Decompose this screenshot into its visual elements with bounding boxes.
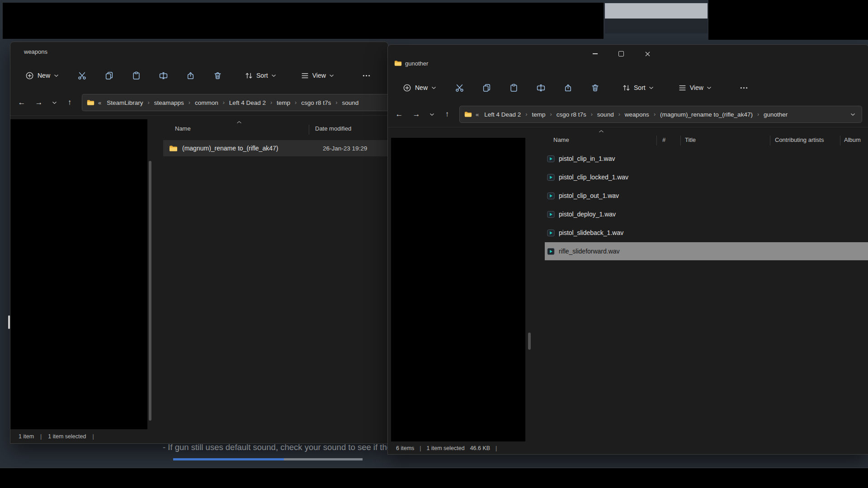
rename-button[interactable] (531, 79, 551, 96)
delete-button[interactable] (208, 67, 227, 84)
sort-ascending-icon (236, 121, 242, 124)
column-header-name[interactable]: Name (175, 125, 191, 132)
breadcrumb-item[interactable]: csgo r8 t7s (298, 99, 334, 106)
breadcrumb-item[interactable]: common (192, 99, 222, 106)
file-row[interactable]: pistol_clip_out_1.wav (545, 187, 868, 205)
breadcrumb-item[interactable]: temp (274, 99, 293, 106)
chevron-right-icon: › (222, 99, 226, 106)
sort-arrows-icon (245, 71, 253, 80)
share-button[interactable] (558, 79, 578, 96)
new-button[interactable]: New (20, 68, 64, 83)
maximize-button[interactable] (608, 46, 634, 62)
back-button[interactable]: ← (391, 106, 408, 122)
sort-button[interactable]: Sort (618, 80, 658, 95)
copy-button[interactable] (99, 67, 119, 84)
breadcrumb-item[interactable]: sound (339, 99, 362, 106)
breadcrumb-item[interactable]: (magnum)_rename to_(rifle_ak47) (657, 111, 756, 118)
recent-locations-button[interactable] (47, 94, 61, 111)
back-button[interactable]: ← (13, 94, 30, 111)
cut-button[interactable] (449, 79, 469, 96)
date-modified-value: 26-Jan-23 19:29 (323, 145, 367, 152)
view-button[interactable]: View (674, 80, 716, 95)
copy-button[interactable] (476, 79, 496, 96)
more-options-button[interactable] (357, 67, 377, 84)
up-button[interactable]: ↑ (61, 94, 78, 111)
ellipsis-icon (362, 71, 371, 80)
paste-button[interactable] (504, 79, 524, 96)
column-divider[interactable] (656, 136, 657, 145)
chevron-right-icon: › (187, 99, 192, 106)
breadcrumb-item[interactable]: SteamLibrary (104, 99, 146, 106)
column-header-contributing-artists[interactable]: Contributing artists (775, 136, 824, 143)
column-divider[interactable] (770, 136, 770, 145)
forward-button[interactable]: → (408, 106, 425, 122)
plus-circle-icon (403, 84, 411, 92)
breadcrumb-item[interactable]: gunother (760, 111, 791, 118)
minimize-button[interactable] (582, 46, 608, 62)
breadcrumb-item[interactable]: steamapps (151, 99, 187, 106)
column-divider[interactable] (840, 136, 840, 145)
chevron-right-icon: › (590, 111, 594, 117)
breadcrumb-item[interactable]: weapons (622, 111, 652, 118)
file-row-selected[interactable]: rifle_slideforward.wav (545, 242, 868, 260)
up-button[interactable]: ↑ (439, 106, 456, 122)
explorer-window-weapons: weapons New (10, 42, 388, 444)
breadcrumb-overflow[interactable]: « (98, 99, 101, 106)
arrow-up-icon: ↑ (68, 98, 72, 107)
forward-button[interactable]: → (30, 94, 47, 111)
sort-button[interactable]: Sort (240, 68, 281, 83)
folder-icon (394, 60, 402, 66)
arrow-right-icon: → (413, 110, 420, 119)
cut-button[interactable] (72, 67, 92, 84)
nav-pane-scrollbar[interactable] (149, 161, 151, 421)
new-button[interactable]: New (398, 80, 441, 95)
list-lines-icon (678, 84, 687, 92)
breadcrumb-bar[interactable]: « SteamLibrary › steamapps › common › Le… (82, 94, 388, 111)
chevron-down-icon (54, 74, 59, 77)
breadcrumb-bar[interactable]: « Left 4 Dead 2 › temp › csgo r8 t7s › s… (459, 106, 862, 123)
minimize-icon (593, 53, 598, 54)
chevron-down-icon (649, 86, 654, 89)
chevron-down-icon (707, 86, 712, 89)
column-header-album[interactable]: Album (844, 136, 861, 143)
chevron-right-icon: › (293, 99, 298, 106)
file-action-icons (72, 67, 235, 84)
close-button[interactable] (634, 46, 660, 62)
chevron-right-icon: › (334, 99, 339, 106)
recent-locations-button[interactable] (425, 106, 439, 122)
breadcrumb-item[interactable]: Left 4 Dead 2 (481, 111, 524, 118)
nav-pane-scrollbar[interactable] (528, 333, 531, 350)
column-header-number[interactable]: # (662, 136, 665, 143)
window-edge-scrollbar-fragment[interactable] (8, 315, 10, 329)
folder-icon (464, 111, 472, 117)
folder-icon (169, 145, 178, 152)
breadcrumb-item[interactable]: temp (528, 111, 548, 118)
breadcrumb-item[interactable]: csgo r8 t7s (553, 111, 590, 118)
file-row[interactable]: pistol_clip_in_1.wav (545, 150, 868, 168)
breadcrumb-overflow[interactable]: « (476, 111, 479, 118)
taskbar-redacted (0, 468, 868, 488)
address-dropdown-button[interactable] (850, 113, 857, 116)
breadcrumb-item[interactable]: Left 4 Dead 2 (226, 99, 269, 106)
column-divider[interactable] (309, 125, 309, 135)
breadcrumb-item[interactable]: sound (594, 111, 617, 118)
column-divider[interactable] (680, 136, 681, 145)
column-header-date-modified[interactable]: Date modified (315, 125, 351, 132)
chevron-down-icon (52, 101, 57, 104)
file-row[interactable]: pistol_deploy_1.wav (545, 205, 868, 223)
delete-button[interactable] (585, 79, 605, 96)
file-row[interactable]: pistol_slideback_1.wav (545, 224, 868, 242)
share-button[interactable] (180, 67, 200, 84)
more-options-button[interactable] (734, 79, 754, 96)
view-button[interactable]: View (296, 68, 339, 83)
column-header-title[interactable]: Title (685, 136, 696, 143)
navigation-pane-redacted (391, 138, 525, 441)
status-selected-size: 46.6 KB (470, 445, 490, 451)
folder-row[interactable]: (magnum)_rename to_(rifle_ak47) 26-Jan-2… (163, 140, 388, 156)
column-header-name[interactable]: Name (553, 136, 569, 143)
new-button-label: New (415, 84, 428, 91)
sort-arrows-icon (622, 84, 631, 92)
rename-button[interactable] (153, 67, 173, 84)
file-row[interactable]: pistol_clip_locked_1.wav (545, 168, 868, 186)
paste-button[interactable] (126, 67, 146, 84)
